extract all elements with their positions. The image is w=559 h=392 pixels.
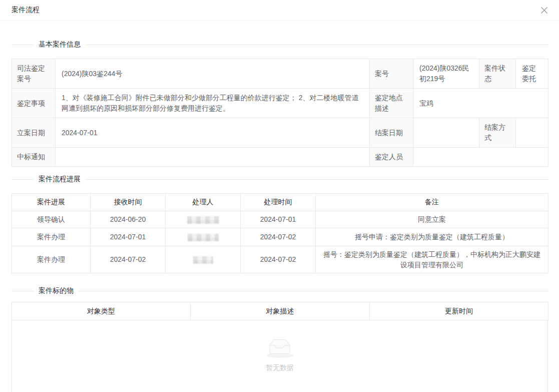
cell-handler [166,228,241,246]
close-button[interactable] [539,5,549,15]
section-title-subject: 案件标的物 [34,286,79,295]
cell-stage: 案件办理 [12,246,91,273]
field-value-appraisal-case-no: (2024)陕03鉴244号 [56,59,370,89]
column-header-handler: 处理人 [166,194,241,211]
redacted-handler-name [193,256,213,264]
column-header-received-time: 接收时间 [91,194,166,211]
cell-handler [166,246,241,273]
table-row: 案件办理 2024-07-01 2024-07-02 摇号申请：鉴定类别为质量鉴… [12,228,548,246]
field-value-location: 宝鸡 [413,89,548,118]
table-row: 案件办理 2024-07-02 2024-07-02 摇号：鉴定类别为质量鉴定（… [12,246,548,273]
field-label-case-status: 案件状态 [479,59,516,89]
column-header-processed-time: 处理时间 [241,194,316,211]
empty-box-icon [264,336,296,358]
cell-remark: 同意立案 [316,211,548,228]
redacted-handler-name [188,234,219,241]
table-row: 中标通知 鉴定人员 [12,148,548,167]
field-label-appraiser: 鉴定人员 [370,148,413,167]
column-header-remark: 备注 [316,194,548,211]
cell-stage: 案件办理 [12,228,91,246]
table-header-row: 案件进展 接收时间 处理人 处理时间 备注 [12,194,548,211]
field-value-closing-method [516,118,548,148]
empty-data-text: 暂无数据 [266,363,294,372]
dialog-header: 案件流程 [0,0,559,21]
progress-table: 案件进展 接收时间 处理人 处理时间 备注 领导确认 2024-06-20 20… [12,193,548,273]
close-icon [540,7,548,14]
section-divider-progress: 案件流程进展 [12,174,548,184]
cell-remark: 摇号申请：鉴定类别为质量鉴定（建筑工程质量） [316,228,548,246]
column-header-stage: 案件进展 [12,194,91,211]
field-value-appraisal-matter: 1、对《装修施工合同》附件已未做部分和少做部分工程量的价款进行鉴定； 2、对二楼… [56,89,370,118]
field-value-closing-date [413,118,479,148]
dialog-body: 基本案件信息 司法鉴定案号 (2024)陕03鉴244号 案号 (2024)陕0… [0,40,559,392]
field-value-award-notice [56,148,370,167]
column-header-object-description: 对象描述 [191,302,370,320]
section-title-basic-info: 基本案件信息 [34,40,86,49]
cell-remark: 摇号：鉴定类别为质量鉴定（建筑工程质量），中标机构为正大鹏安建设项目管理有限公司 [316,246,548,273]
section-divider-subject: 案件标的物 [12,286,548,296]
field-label-location: 鉴定地点描述 [370,89,413,118]
dialog-title: 案件流程 [12,6,40,15]
field-label-appraisal-case-no: 司法鉴定案号 [12,59,56,89]
cell-stage: 领导确认 [12,211,91,228]
field-value-court-case-no: (2024)陕0326民初219号 [413,59,479,89]
cell-processed-time: 2024-07-01 [241,211,316,228]
table-header-row: 对象类型 对象描述 更新时间 [12,302,548,320]
field-label-court-case-no: 案号 [370,59,413,89]
field-value-appraiser [413,148,548,167]
cell-received-time: 2024-07-02 [91,246,166,273]
cell-processed-time: 2024-07-02 [241,246,316,273]
cell-handler [166,211,241,228]
field-label-award-notice: 中标通知 [12,148,56,167]
column-header-update-time: 更新时间 [370,302,548,320]
subject-table-empty-body: 暂无数据 [12,320,548,392]
field-value-filing-date: 2024-07-01 [56,118,370,148]
field-label-filing-date: 立案日期 [12,118,56,148]
section-divider-basic-info: 基本案件信息 [12,40,548,50]
basic-info-table: 司法鉴定案号 (2024)陕03鉴244号 案号 (2024)陕0326民初21… [12,59,548,167]
field-value-case-status: 鉴定委托 [516,59,548,89]
table-row: 鉴定事项 1、对《装修施工合同》附件已未做部分和少做部分工程量的价款进行鉴定； … [12,89,548,118]
table-row: 司法鉴定案号 (2024)陕03鉴244号 案号 (2024)陕0326民初21… [12,59,548,89]
cell-received-time: 2024-07-01 [91,228,166,246]
section-title-progress: 案件流程进展 [34,175,86,184]
redacted-handler-name [187,216,219,224]
cell-received-time: 2024-06-20 [91,211,166,228]
subject-table: 对象类型 对象描述 更新时间 [12,302,548,320]
field-label-appraisal-matter: 鉴定事项 [12,89,56,118]
table-row: 领导确认 2024-06-20 2024-07-01 同意立案 [12,211,548,228]
column-header-object-type: 对象类型 [12,302,191,320]
table-row: 立案日期 2024-07-01 结案日期 结案方式 [12,118,548,148]
field-label-closing-date: 结案日期 [370,118,413,148]
field-label-closing-method: 结案方式 [479,118,516,148]
cell-processed-time: 2024-07-02 [241,228,316,246]
